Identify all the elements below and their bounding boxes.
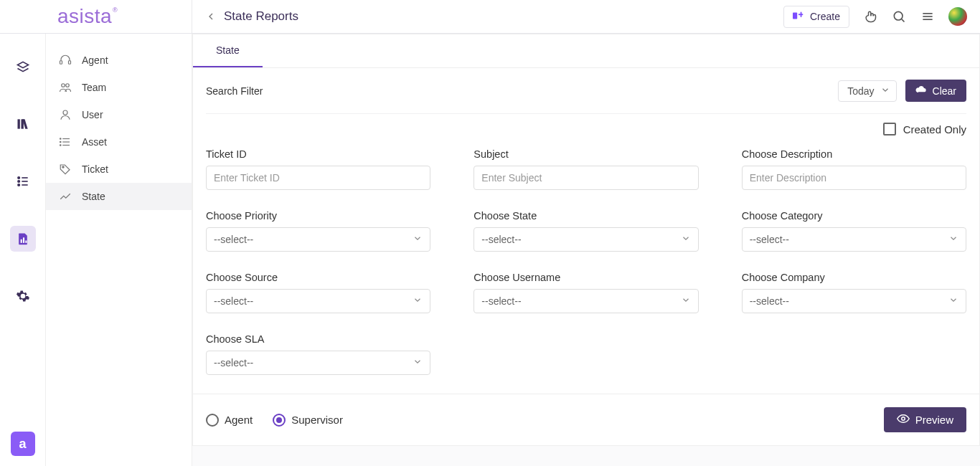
rail-item-ticket[interactable] <box>10 54 36 80</box>
source-select[interactable]: --select-- <box>206 289 430 313</box>
field-sla: Choose SLA --select-- <box>206 333 430 375</box>
field-ticket-id: Ticket ID <box>206 148 430 190</box>
svg-point-27 <box>60 141 62 143</box>
state-select[interactable]: --select-- <box>473 227 698 252</box>
svg-rect-2 <box>801 11 802 16</box>
sidebar-item-label: User <box>82 109 103 120</box>
create-button[interactable]: Create <box>783 6 849 28</box>
touch-icon[interactable] <box>862 9 878 24</box>
chevron-down-icon <box>413 295 423 308</box>
rail-item-settings[interactable] <box>10 283 36 309</box>
checkbox-box-icon <box>883 123 896 135</box>
svg-rect-7 <box>17 119 19 128</box>
sidebar-item-label: Agent <box>82 54 108 66</box>
field-description: Choose Description <box>742 148 966 190</box>
chevron-down-icon <box>948 295 958 308</box>
chevron-down-icon <box>413 357 423 369</box>
field-priority: Choose Priority --select-- <box>206 210 430 252</box>
sidebar-item-ticket[interactable]: Ticket <box>46 156 192 183</box>
clear-label: Clear <box>933 85 956 97</box>
ticket-id-input[interactable] <box>206 166 430 190</box>
subject-label: Subject <box>473 148 698 160</box>
create-label: Create <box>810 11 840 22</box>
date-range-select[interactable]: Today <box>838 80 896 102</box>
topbar: asista® State Reports Create <box>0 0 980 34</box>
radio-supervisor-label: Supervisor <box>291 414 343 426</box>
tab-state[interactable]: State <box>193 34 263 67</box>
priority-label: Choose Priority <box>206 210 430 222</box>
radio-circle-icon <box>273 414 286 427</box>
field-company: Choose Company --select-- <box>742 272 966 313</box>
clear-button[interactable]: Clear <box>905 80 966 102</box>
tag-icon <box>59 163 73 176</box>
category-select[interactable]: --select-- <box>742 227 966 252</box>
field-source: Choose Source --select-- <box>206 272 430 313</box>
user-icon <box>59 108 73 121</box>
sidebar-item-label: Asset <box>82 136 107 148</box>
company-select[interactable]: --select-- <box>742 289 966 313</box>
sidebar-item-state[interactable]: State <box>46 183 192 210</box>
svg-point-21 <box>66 84 70 87</box>
description-label: Choose Description <box>742 148 966 160</box>
username-select[interactable]: --select-- <box>473 289 698 313</box>
svg-rect-18 <box>60 61 62 65</box>
brand-badge[interactable]: a <box>11 432 35 456</box>
svg-rect-15 <box>20 239 22 243</box>
chevron-down-icon <box>880 85 890 97</box>
menu-icon[interactable] <box>920 9 936 24</box>
date-range-value: Today <box>847 85 874 97</box>
priority-select[interactable]: --select-- <box>206 227 430 252</box>
svg-rect-0 <box>793 12 797 19</box>
svg-rect-19 <box>69 61 71 65</box>
svg-rect-16 <box>23 237 24 243</box>
preview-label: Preview <box>915 414 953 426</box>
cloud-icon <box>915 85 927 97</box>
svg-point-3 <box>894 11 903 20</box>
sidebar-item-asset[interactable]: Asset <box>46 128 192 156</box>
sla-select[interactable]: --select-- <box>206 351 430 375</box>
svg-point-29 <box>62 166 64 168</box>
field-state: Choose State --select-- <box>473 210 698 252</box>
sidebar-item-agent[interactable]: Agent <box>46 47 192 74</box>
radio-agent-label: Agent <box>225 414 253 426</box>
svg-rect-17 <box>25 241 27 243</box>
created-only-checkbox[interactable]: Created Only <box>883 123 966 135</box>
chevron-down-icon <box>681 234 691 246</box>
ticket-id-label: Ticket ID <box>206 148 430 160</box>
page-title: State Reports <box>224 9 298 24</box>
username-label: Choose Username <box>473 272 698 283</box>
main-content: State Search Filter Today <box>192 34 980 466</box>
sidebar-item-label: Team <box>82 82 106 93</box>
filter-title: Search Filter <box>206 85 263 97</box>
avatar[interactable] <box>948 7 967 26</box>
app-logo[interactable]: asista® <box>57 5 112 28</box>
rail-item-library[interactable] <box>10 111 36 137</box>
company-label: Choose Company <box>742 272 966 283</box>
field-subject: Subject <box>473 148 698 190</box>
preview-button[interactable]: Preview <box>884 407 966 432</box>
sla-label: Choose SLA <box>206 333 430 345</box>
list-icon <box>59 135 73 148</box>
svg-point-22 <box>63 110 67 115</box>
panel-footer: Agent Supervisor Preview <box>193 394 979 445</box>
nav-rail: a <box>0 34 46 466</box>
svg-point-11 <box>17 181 19 183</box>
chevron-down-icon <box>681 295 691 308</box>
sidebar-item-user[interactable]: User <box>46 101 192 128</box>
rail-item-list[interactable] <box>10 168 36 194</box>
radio-agent[interactable]: Agent <box>206 414 253 427</box>
svg-point-28 <box>60 145 62 146</box>
tabs: State <box>193 34 979 68</box>
sidebar-item-team[interactable]: Team <box>46 74 192 101</box>
rail-item-reports[interactable] <box>10 226 36 252</box>
sidebar-item-label: State <box>82 191 105 202</box>
back-arrow-icon[interactable] <box>205 11 217 22</box>
search-icon[interactable] <box>891 9 907 24</box>
field-username: Choose Username --select-- <box>473 272 698 313</box>
radio-supervisor[interactable]: Supervisor <box>273 414 343 427</box>
state-label: Choose State <box>473 210 698 222</box>
filter-header: Search Filter Today <box>206 68 966 114</box>
subject-input[interactable] <box>473 166 698 190</box>
description-input[interactable] <box>742 166 966 190</box>
sidebar-item-label: Ticket <box>82 163 108 175</box>
